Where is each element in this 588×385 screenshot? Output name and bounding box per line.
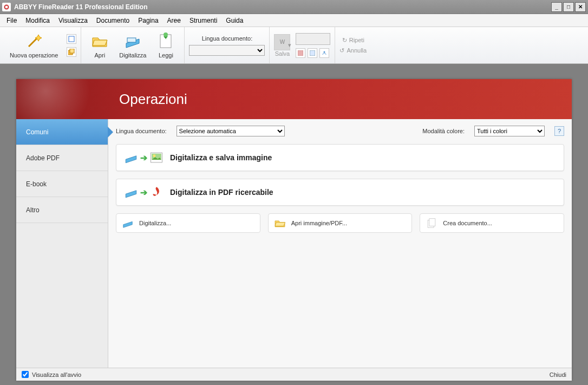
minimize-button[interactable]: _	[551, 2, 562, 12]
toolbar-language-group: Lingua documento:	[185, 27, 270, 63]
svg-rect-2	[69, 36, 74, 42]
window-title: ABBYY FineReader 11 Professional Edition	[14, 3, 148, 11]
banner-title: Operazioni	[119, 91, 187, 108]
svg-rect-15	[429, 219, 435, 226]
side-tab-comuni[interactable]: Comuni	[16, 119, 108, 145]
scanner-icon	[124, 32, 141, 50]
side-tab-ebook[interactable]: E-book	[16, 171, 108, 197]
svg-rect-5	[127, 38, 136, 42]
menu-pagina[interactable]: Pagina	[134, 15, 162, 26]
redo-label: Ripeti	[349, 37, 364, 43]
side-tab-altro-label: Altro	[26, 206, 40, 214]
help-icon: ?	[558, 128, 561, 134]
menu-visualizza[interactable]: Visualizza	[54, 15, 92, 26]
arrow-right-icon: ➔	[140, 187, 147, 198]
scan-label: Digitalizza	[119, 52, 146, 58]
close-button[interactable]: ✕	[575, 2, 586, 12]
new-operation-label: Nuova operazione	[10, 52, 58, 58]
opt-lang-label: Lingua documento:	[116, 128, 167, 134]
options-row: Lingua documento: Selezione automatica M…	[116, 126, 564, 136]
save-mini-2-icon[interactable]	[308, 48, 317, 58]
show-at-startup-label: Visualizza all'avvio	[32, 371, 81, 378]
image-icon	[149, 151, 164, 165]
toolbar: Nuova operazione Apri Digitalizza Leggi	[0, 27, 588, 64]
task-open-image-pdf-label: Apri immagine/PDF...	[291, 220, 347, 226]
save-label: Salva	[275, 50, 290, 57]
scan-button[interactable]: Digitalizza	[114, 30, 152, 61]
menu-documento[interactable]: Documento	[92, 15, 134, 26]
menubar: File Modifica Visualizza Documento Pagin…	[0, 14, 588, 27]
read-icon	[157, 32, 174, 50]
save-dropdown-icon[interactable]: ▾	[288, 42, 291, 49]
side-tab-altro[interactable]: Altro	[16, 197, 108, 223]
open-button[interactable]: Apri	[86, 30, 114, 61]
side-tab-comuni-label: Comuni	[26, 128, 48, 136]
undo-icon: ↺	[339, 47, 344, 54]
pdf-icon	[149, 185, 164, 199]
toolbar-language-select[interactable]	[189, 45, 265, 56]
redo-icon: ↻	[342, 37, 347, 44]
redo-button[interactable]: ↻Ripeti	[342, 37, 364, 44]
side-tabs: Comuni Adobe PDF E-book Altro	[16, 119, 108, 368]
new-blank-icon[interactable]	[67, 34, 76, 44]
svg-rect-4	[70, 49, 74, 53]
workspace: Operazioni Comuni Adobe PDF E-book Altro…	[0, 64, 588, 385]
side-tab-ebook-label: E-book	[26, 180, 47, 188]
task-scan-save-image[interactable]: ➔ Digitalizza e salva immagine	[116, 144, 564, 171]
task-digitalizza-label: Digitalizza...	[139, 220, 171, 226]
opt-color-label: Modalità colore:	[422, 128, 465, 134]
menu-guida[interactable]: Guida	[221, 15, 247, 26]
toolbar-language-label: Lingua documento:	[202, 35, 253, 42]
opt-lang-select[interactable]: Selezione automatica	[177, 126, 285, 136]
scanner-icon	[122, 217, 134, 229]
svg-rect-8	[298, 50, 303, 56]
task-main: Lingua documento: Selezione automatica M…	[108, 119, 572, 368]
side-tab-adobe-pdf-label: Adobe PDF	[26, 154, 60, 162]
undo-button[interactable]: ↺Annulla	[339, 47, 367, 54]
new-operation-button[interactable]: Nuova operazione	[4, 30, 63, 61]
banner: Operazioni	[16, 79, 572, 119]
statusbar: Visualizza all'avvio Chiudi	[16, 368, 572, 381]
arrow-right-icon: ➔	[140, 153, 147, 163]
task-panel: Operazioni Comuni Adobe PDF E-book Altro…	[16, 79, 572, 381]
read-label: Leggi	[159, 52, 173, 58]
show-at-startup-checkbox[interactable]	[22, 371, 29, 378]
svg-point-7	[164, 32, 168, 37]
documents-icon	[426, 217, 437, 229]
folder-open-icon	[91, 32, 108, 50]
close-link[interactable]: Chiudi	[550, 371, 566, 378]
task-open-image-pdf[interactable]: Apri immagine/PDF...	[268, 213, 413, 233]
help-button[interactable]: ?	[554, 126, 564, 136]
task-create-document[interactable]: Crea documento...	[420, 213, 564, 233]
maximize-button[interactable]: □	[563, 2, 574, 12]
svg-point-10	[324, 51, 325, 53]
task-digitalizza[interactable]: Digitalizza...	[116, 213, 260, 233]
svg-rect-9	[310, 50, 315, 56]
opt-color-select[interactable]: Tutti i colori	[474, 126, 545, 136]
menu-aree[interactable]: Aree	[163, 15, 185, 26]
open-label: Apri	[95, 52, 106, 58]
svg-rect-1	[5, 5, 8, 8]
task-scan-save-image-label: Digitalizza e salva immagine	[170, 153, 272, 162]
new-stack-icon[interactable]	[67, 47, 76, 57]
task-scan-pdf[interactable]: ➔ Digitalizza in PDF ricercabile	[116, 179, 564, 206]
save-mini-1-icon[interactable]	[296, 48, 305, 58]
menu-modifica[interactable]: Modifica	[21, 15, 54, 26]
save-format-select[interactable]	[296, 33, 330, 45]
task-scan-pdf-label: Digitalizza in PDF ricercabile	[170, 188, 273, 197]
titlebar: ABBYY FineReader 11 Professional Edition…	[0, 0, 588, 14]
scanner-icon	[124, 151, 138, 165]
app-icon	[2, 3, 11, 11]
side-tab-adobe-pdf[interactable]: Adobe PDF	[16, 145, 108, 171]
undo-label: Annulla	[347, 47, 367, 54]
read-button[interactable]: Leggi	[152, 30, 180, 61]
task-create-document-label: Crea documento...	[443, 220, 492, 226]
wand-icon	[25, 32, 43, 50]
scanner-icon	[124, 185, 138, 199]
save-mini-3-icon[interactable]	[319, 48, 329, 58]
folder-open-icon	[274, 217, 286, 229]
app-window: ABBYY FineReader 11 Professional Edition…	[0, 0, 588, 385]
menu-file[interactable]: File	[2, 15, 21, 26]
menu-strumenti[interactable]: Strumenti	[185, 15, 221, 26]
svg-point-13	[153, 154, 156, 157]
